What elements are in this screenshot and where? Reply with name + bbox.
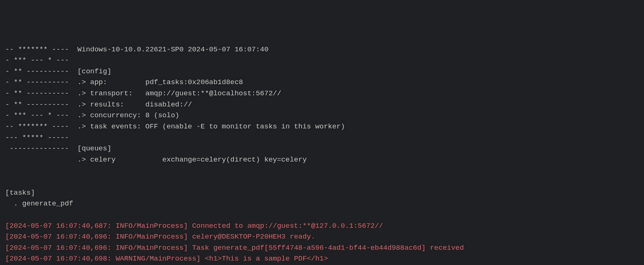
banner-line-queues-header: -------------- [queues] [5, 144, 111, 153]
banner-line-art2: --- ***** ----- [5, 134, 69, 142]
banner-line-art: - *** --- * --- [5, 56, 69, 64]
banner-line-transport: - ** ---------- .> transport: amqp://gue… [5, 89, 281, 98]
tasks-header: [tasks] [5, 189, 35, 197]
banner-line-task-events: -- ******* ---- .> task events: OFF (ena… [5, 122, 345, 131]
banner-line-config-header: - ** ---------- [config] [5, 67, 111, 76]
banner-line-concurrency: - *** --- * --- .> concurrency: 8 (solo) [5, 111, 179, 119]
log-task-received: [2024-05-07 16:07:40,696: INFO/MainProce… [5, 244, 464, 252]
log-connected: [2024-05-07 16:07:40,687: INFO/MainProce… [5, 222, 383, 230]
celery-banner: -- ******* ---- Windows-10-10.0.22621-SP… [5, 44, 639, 265]
banner-line-platform: -- ******* ---- Windows-10-10.0.22621-SP… [5, 45, 269, 54]
banner-line-app: - ** ---------- .> app: pdf_tasks:0x206a… [5, 78, 243, 86]
tasks-item-generate-pdf: . generate_pdf [5, 199, 73, 208]
log-ready: [2024-05-07 16:07:40,696: INFO/MainProce… [5, 233, 315, 241]
log-warning-html: [2024-05-07 16:07:40,698: WARNING/MainPr… [5, 255, 328, 263]
banner-line-queue-celery: .> celery exchange=celery(direct) key=ce… [5, 156, 307, 164]
banner-line-results: - ** ---------- .> results: disabled:// [5, 100, 192, 109]
